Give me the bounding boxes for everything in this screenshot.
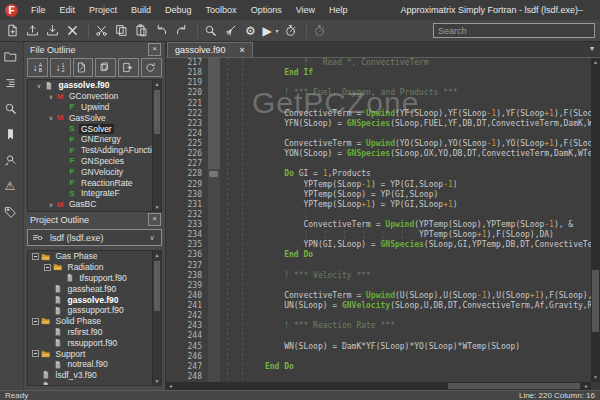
editor-horizontal-scrollbar[interactable]: ◄ ► <box>166 382 591 390</box>
copy-button[interactable] <box>113 22 133 40</box>
tree-item-gconvection[interactable]: ∨MGConvection <box>28 91 161 102</box>
sort-position-button[interactable]: ↓12 <box>50 58 71 77</box>
menu-file[interactable]: File <box>24 0 53 20</box>
tree-item-lsdf-v3.f90[interactable]: lsdf_v3.f90 <box>28 370 161 381</box>
scrollbar-thumb[interactable] <box>154 90 160 134</box>
tree-item-gasbc[interactable]: ∨MGasBC <box>28 199 161 210</box>
project-selector[interactable]: lsdf (lsdf.exe) ∨ <box>27 229 162 246</box>
sort-alpha-button[interactable]: ↓AB <box>27 58 48 77</box>
save-file-button[interactable] <box>44 22 64 40</box>
tree-item-gassolve.f90[interactable]: gassolve.f90 <box>28 294 161 305</box>
editor-vertical-scrollbar[interactable]: ▲ ▼ <box>591 58 600 382</box>
menu-edit[interactable]: Edit <box>53 0 83 20</box>
minimize-button[interactable]: – <box>578 5 583 15</box>
menu-help[interactable]: Help <box>322 0 355 20</box>
tab-list-dropdown-icon[interactable]: ▾ <box>590 44 594 53</box>
code-area[interactable]: 217 ! Read *, ConvectiveTerm218 End If21… <box>166 58 591 382</box>
scrollbar-thumb[interactable] <box>154 261 160 311</box>
sidebar-outline-button[interactable] <box>2 72 22 92</box>
scroll-up-icon[interactable]: ▲ <box>153 80 161 88</box>
menu-view[interactable]: View <box>289 0 322 20</box>
tree-item-gassolve.f90[interactable]: ∨gassolve.f90 <box>28 80 161 91</box>
project-outline-close-icon[interactable]: × <box>148 213 161 226</box>
edit-item-button[interactable] <box>73 58 94 77</box>
profile-button[interactable] <box>282 22 302 40</box>
collapse-box-icon[interactable] <box>32 318 39 325</box>
search-input[interactable] <box>433 23 595 38</box>
sidebar-find-button[interactable] <box>2 98 22 118</box>
tree-item-gnvelocity[interactable]: FGNVelocity <box>28 166 161 177</box>
undo-button[interactable] <box>153 22 173 40</box>
sidebar-find-symbol-button[interactable] <box>2 150 22 170</box>
tree-item-tfsupport.f90[interactable]: tfsupport.f90 <box>28 273 161 284</box>
code-text: ! Read *, ConvectiveTerm <box>220 58 591 68</box>
copy-outline-button[interactable] <box>95 58 116 77</box>
new-file-button[interactable] <box>4 22 24 40</box>
scroll-down-icon[interactable]: ▼ <box>591 373 600 382</box>
tree-item-reactionrate[interactable]: FReactionRate <box>28 177 161 188</box>
fold-marker-icon[interactable] <box>209 171 218 177</box>
line-number: 219 <box>166 78 208 88</box>
open-file-button[interactable] <box>24 22 44 40</box>
menu-project[interactable]: Project <box>82 0 124 20</box>
collapse-box-icon[interactable] <box>32 253 39 260</box>
tree-item-gassupport.f90[interactable]: gassupport.f90 <box>28 305 161 316</box>
tree-item-gnenergy[interactable]: FGNEnergy <box>28 134 161 145</box>
build-options-button[interactable]: ⚙ <box>242 22 262 40</box>
scrollbar-thumb[interactable] <box>592 270 599 332</box>
file-outline-scrollbar[interactable]: ▲ ▼ <box>152 80 161 211</box>
tree-item-rssupport.f90[interactable]: rssupport.f90 <box>28 337 161 348</box>
export-outline-button[interactable] <box>118 58 139 77</box>
tree-item-support[interactable]: Support <box>28 348 161 359</box>
menu-debug[interactable]: Debug <box>158 0 199 20</box>
find-button[interactable] <box>202 22 222 40</box>
scroll-up-icon[interactable]: ▲ <box>153 251 161 259</box>
scroll-left-icon[interactable]: ◄ <box>166 383 175 389</box>
redo-button[interactable] <box>173 22 193 40</box>
dropdown-arrow-icon[interactable]: ▾ <box>276 27 282 34</box>
chevron-down-icon[interactable]: ∨ <box>46 201 56 208</box>
sidebar-warnings-button[interactable]: ⚠ <box>2 176 22 196</box>
tree-item-upwind[interactable]: FUpwind <box>28 102 161 113</box>
menu-options[interactable]: Options <box>244 0 289 20</box>
chevron-down-icon[interactable]: ∨ <box>34 82 44 89</box>
chevron-down-icon[interactable]: ∨ <box>46 114 56 121</box>
tree-item-radiation[interactable]: Radiation <box>28 262 161 273</box>
scroll-right-icon[interactable]: ► <box>582 383 591 389</box>
file-outline-close-icon[interactable]: × <box>148 43 161 56</box>
sidebar-bookmark-button[interactable] <box>2 124 22 144</box>
tab-close-icon[interactable]: × <box>240 45 245 55</box>
scrollbar-thumb[interactable] <box>448 383 580 389</box>
close-file-button[interactable] <box>64 22 84 40</box>
run-button[interactable]: ▶▾ <box>262 22 282 40</box>
collapse-box-icon[interactable] <box>44 264 51 271</box>
tree-item-gassheat.f90[interactable]: gassheat.f90 <box>28 283 161 294</box>
tab-gassolve[interactable]: gassolve.f90 × <box>167 42 253 57</box>
paste-button[interactable] <box>133 22 153 40</box>
collapse-box-icon[interactable] <box>32 350 39 357</box>
menu-toolbox[interactable]: Toolbox <box>199 0 244 20</box>
tree-item-gnspecies[interactable]: FGNSpecies <box>28 156 161 167</box>
sidebar-labels-button[interactable] <box>2 202 22 222</box>
build-clean-button[interactable] <box>222 22 242 40</box>
tree-item-notreal.f90[interactable]: notreal.f90 <box>28 359 161 370</box>
tree-item-gas-phase[interactable]: Gas Phase <box>28 251 161 262</box>
tree-item-genergybc[interactable]: SGEnergyBC <box>28 210 161 212</box>
tree-item-testaddingafunction[interactable]: FTestAddingAFunction <box>28 145 161 156</box>
tree-item-rsfirst.f90[interactable]: rsfirst.f90 <box>28 327 161 338</box>
project-outline-scrollbar[interactable]: ▲ ▼ <box>152 251 161 385</box>
scroll-down-icon[interactable]: ▼ <box>153 203 161 211</box>
debug-timer-button[interactable] <box>311 22 331 40</box>
menu-build[interactable]: Build <box>124 0 158 20</box>
sidebar-project-files-button[interactable] <box>2 46 22 66</box>
tree-item-gassolve[interactable]: ∨MGasSolve <box>28 112 161 123</box>
tree-item-integratef[interactable]: SIntegrateF <box>28 188 161 199</box>
tree-item-clipped[interactable] <box>28 381 161 386</box>
cut-button[interactable] <box>93 22 113 40</box>
scroll-down-icon[interactable]: ▼ <box>153 377 161 385</box>
refresh-outline-button[interactable] <box>141 58 162 77</box>
tree-item-solid-phase[interactable]: Solid Phase <box>28 316 161 327</box>
chevron-down-icon[interactable]: ∨ <box>46 93 56 100</box>
scroll-up-icon[interactable]: ▲ <box>591 58 600 67</box>
tree-item-gsolver[interactable]: SGSolver <box>28 123 161 134</box>
